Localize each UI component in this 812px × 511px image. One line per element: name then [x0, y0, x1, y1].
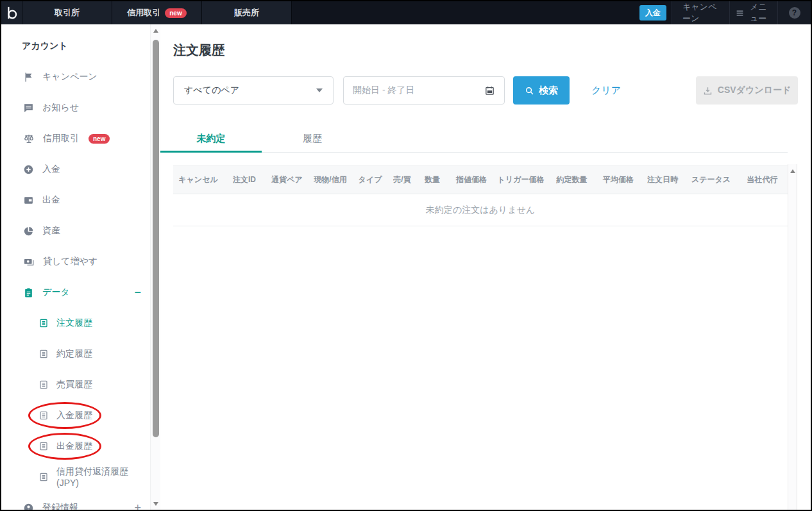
nav-tab-exchange[interactable]: 取引所: [22, 1, 112, 24]
sidebar-item-news[interactable]: お知らせ: [1, 92, 150, 123]
sidebar-scrollbar[interactable]: [150, 24, 160, 510]
table-header-cell: タイプ: [352, 174, 388, 185]
document-icon: [38, 472, 49, 482]
table-header-cell: 売/買: [388, 174, 416, 185]
sidebar-item-label: 登録情報: [42, 502, 78, 510]
table-header-cell: ステータス: [685, 174, 737, 185]
scroll-up-icon[interactable]: [790, 169, 795, 173]
navbar-spacer: [292, 1, 639, 24]
nav-tab-label: 取引所: [55, 7, 80, 19]
table-header-cell: 数量: [416, 174, 448, 185]
scrollbar-thumb[interactable]: [153, 40, 159, 437]
orders-table: キャンセル 注文ID 通貨ペア 現物/信用 タイプ 売/買 数量 指値価格 トリ…: [173, 165, 788, 226]
help-cell: ?: [777, 1, 811, 24]
sidebar-item-label: 約定履歴: [56, 348, 92, 360]
pair-select[interactable]: すべてのペア: [173, 76, 334, 105]
document-icon: [38, 410, 49, 421]
menu-label: メニュー: [750, 1, 772, 24]
deposit-button[interactable]: 入金: [639, 5, 666, 21]
download-icon: [703, 86, 713, 96]
document-icon: [38, 380, 49, 390]
table-header-cell: 当社代行: [737, 174, 788, 185]
tab-history[interactable]: 履歴: [262, 125, 363, 152]
scale-icon: [23, 133, 35, 144]
table-header-cell: トリガー価格: [495, 174, 547, 185]
sidebar-item-label: 資産: [42, 225, 60, 237]
sidebar-item-label: 信用貸付返済履歴 (JPY): [56, 466, 141, 488]
tab-open-orders[interactable]: 未約定: [160, 125, 262, 152]
sidebar-item-withdrawal[interactable]: 出金: [1, 185, 150, 215]
table-header-row: キャンセル 注文ID 通貨ペア 現物/信用 タイプ 売/買 数量 指値価格 トリ…: [173, 165, 788, 194]
sidebar-item-order-history[interactable]: 注文履歴: [1, 308, 150, 339]
page-title: 注文履歴: [173, 42, 224, 59]
campaign-label: キャンペーン: [682, 1, 719, 24]
sidebar-item-deposit-history[interactable]: 入金履歴: [1, 400, 150, 431]
scroll-down-icon[interactable]: [153, 502, 158, 506]
sidebar-item-registration-info[interactable]: 登録情報 +: [1, 492, 150, 510]
collapse-minus-icon[interactable]: −: [134, 287, 141, 298]
table-header-cell: 現物/信用: [309, 174, 352, 185]
order-tabs: 未約定 履歴: [160, 125, 788, 153]
sidebar-item-margin-trading[interactable]: 信用取引 new: [1, 123, 150, 154]
banknote-icon: [23, 256, 35, 267]
date-range-input[interactable]: 開始日 - 終了日: [343, 76, 505, 105]
filter-bar: すべてのペア 開始日 - 終了日: [173, 76, 798, 105]
sidebar-item-label: データ: [42, 287, 70, 298]
expand-plus-icon[interactable]: +: [134, 502, 141, 510]
new-badge: new: [89, 134, 110, 144]
tab-label: 未約定: [197, 133, 226, 145]
app-window: 取引所 信用取引 new 販売所 入金 キャンペーン メニュー ? ア: [0, 0, 812, 511]
empty-state-row: 未約定の注文はありません: [173, 194, 788, 226]
nav-tab-label: 販売所: [234, 7, 259, 19]
clipboard-icon: [23, 287, 34, 298]
sidebar-item-label: 信用取引: [43, 133, 79, 144]
sidebar: アカウント キャンペーン お知らせ: [1, 24, 160, 510]
sidebar-item-label: 出金: [42, 194, 60, 206]
sidebar-item-withdrawal-history[interactable]: 出金履歴: [1, 431, 150, 462]
hamburger-menu-icon: [735, 9, 745, 17]
sidebar-item-data[interactable]: データ −: [1, 277, 150, 308]
sidebar-item-margin-repayment-history[interactable]: 信用貸付返済履歴 (JPY): [1, 462, 150, 492]
wallet-icon: [23, 195, 34, 206]
document-icon: [38, 349, 49, 359]
nav-tab-sales-office[interactable]: 販売所: [202, 1, 292, 24]
plus-circle-icon: [23, 164, 34, 175]
clear-link[interactable]: クリア: [591, 76, 621, 105]
sidebar-item-execution-history[interactable]: 約定履歴: [1, 339, 150, 369]
search-button[interactable]: 検索: [513, 76, 570, 105]
sidebar-item-trade-history[interactable]: 売買履歴: [1, 369, 150, 400]
sidebar-heading: アカウント: [1, 31, 150, 62]
sidebar-item-label: 注文履歴: [56, 317, 92, 329]
table-header-cell: 注文日時: [640, 174, 685, 185]
menu-button[interactable]: メニュー: [729, 1, 777, 24]
sidebar-item-label: 出金履歴: [56, 440, 92, 452]
scroll-up-icon[interactable]: [153, 29, 158, 33]
pie-chart-icon: [23, 226, 34, 237]
sidebar-item-lending[interactable]: 貸して増やす: [1, 246, 150, 277]
campaign-link[interactable]: キャンペーン: [672, 1, 729, 24]
sidebar-item-campaign[interactable]: キャンペーン: [1, 62, 150, 92]
sidebar-item-label: キャンペーン: [42, 71, 97, 83]
bitbank-logo[interactable]: [1, 1, 22, 24]
main-content: 注文履歴 すべてのペア 開始日 - 終了日: [160, 24, 811, 510]
logo-b-icon: [5, 6, 18, 20]
nav-tab-margin-trading[interactable]: 信用取引 new: [112, 1, 202, 24]
sidebar-item-label: 入金履歴: [56, 410, 92, 421]
csv-download-button[interactable]: CSVダウンロード: [696, 76, 798, 105]
sidebar-item-label: お知らせ: [42, 102, 79, 113]
sidebar-menu: アカウント キャンペーン お知らせ: [1, 24, 150, 510]
calendar-icon: [484, 85, 495, 96]
chevron-down-icon: [316, 88, 323, 92]
help-icon[interactable]: ?: [789, 7, 800, 19]
table-header-cell: キャンセル: [173, 174, 223, 185]
sidebar-item-label: 売買履歴: [56, 379, 92, 390]
document-icon: [38, 441, 49, 451]
sidebar-item-assets[interactable]: 資産: [1, 215, 150, 246]
person-icon: [23, 503, 34, 510]
empty-state-message: 未約定の注文はありません: [426, 205, 535, 216]
table-scrollbar[interactable]: [788, 164, 797, 510]
sidebar-item-deposit[interactable]: 入金: [1, 154, 150, 185]
document-icon: [38, 318, 49, 328]
date-range-placeholder: 開始日 - 終了日: [353, 85, 414, 96]
table-header-cell: 注文ID: [223, 174, 266, 185]
